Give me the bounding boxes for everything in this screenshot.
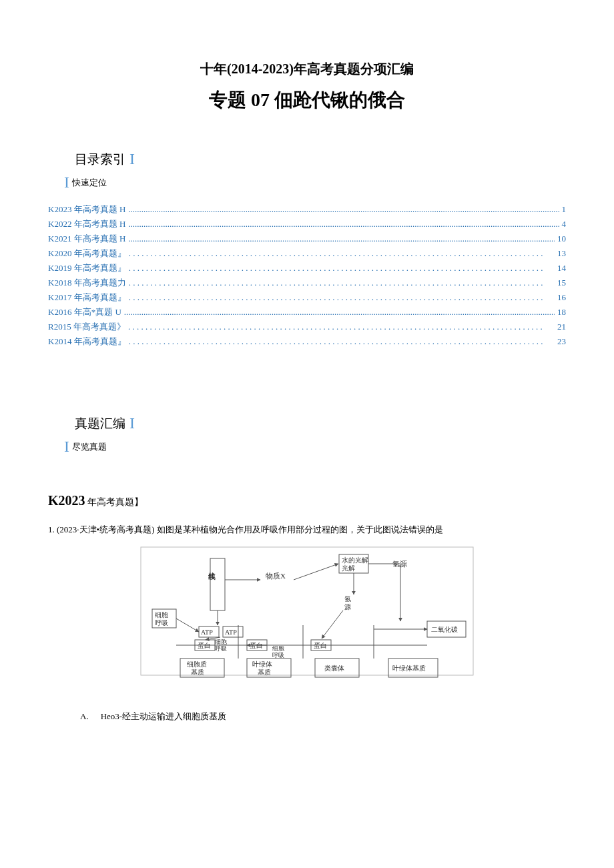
svg-rect-1 — [210, 558, 225, 610]
svg-text:呼吸: 呼吸 — [272, 652, 284, 659]
question-1-text: 1. (2023·天津•统考高考真题) 如图是某种植物光合作用及呼吸作用部分过程… — [48, 523, 566, 537]
svg-text:呼吸: 呼吸 — [155, 619, 168, 626]
svg-text:类囊体: 类囊体 — [324, 665, 344, 672]
svg-text:细胞: 细胞 — [272, 645, 284, 652]
toc-row[interactable]: K2014 年高考真题』23 — [48, 336, 566, 348]
section-index-i: I — [129, 150, 135, 168]
toc-page: 10 — [557, 234, 566, 244]
year-heading: K2023 年高考真题】 — [48, 493, 566, 508]
toc-dots — [128, 204, 559, 215]
svg-line-21 — [294, 564, 338, 580]
year-heading-suffix: 年高考真题】 — [85, 497, 144, 507]
section-index-sub-label: 快速定位 — [72, 177, 107, 189]
toc-row[interactable]: K2016 年高*真题 U18 — [48, 306, 566, 318]
svg-text:蛋白: 蛋白 — [314, 642, 327, 649]
svg-text:蛋白: 蛋白 — [198, 642, 211, 649]
toc-page: 4 — [562, 219, 567, 230]
toc-page: 18 — [557, 307, 566, 318]
svg-text:叶绿体: 叶绿体 — [252, 661, 272, 668]
toc-page: 23 — [557, 336, 566, 347]
toc-row[interactable]: K2017 年高考真题』16 — [48, 292, 566, 304]
section-compile-sub-label: 尽览真题 — [72, 441, 107, 453]
svg-line-25 — [322, 610, 343, 638]
toc-page: 13 — [557, 248, 566, 259]
title-line2: 专题 07 佃跄代锹的俄合 — [48, 87, 566, 113]
svg-text:ATP: ATP — [225, 628, 237, 636]
svg-rect-0 — [141, 547, 473, 675]
toc-row[interactable]: K2023 年高考真题 H1 — [48, 203, 566, 215]
toc-dots — [129, 263, 555, 274]
toc-row[interactable]: K2020 年高考真题』13 — [48, 248, 566, 260]
option-letter: A. — [80, 711, 89, 721]
question-1-diagram: 线粒体 物质X 水的光解 光解 氢源 氢 源 细胞 呼吸 ATP ATP 蛋白 … — [48, 546, 566, 700]
toc-dots — [129, 278, 555, 288]
svg-text:物质X: 物质X — [266, 572, 286, 580]
svg-text:叶绿体基质: 叶绿体基质 — [392, 665, 426, 672]
toc-label: K2020 年高考真题』 — [48, 248, 126, 260]
toc-dots — [129, 336, 555, 347]
svg-text:呼吸: 呼吸 — [215, 645, 227, 652]
svg-text:蛋白: 蛋白 — [250, 642, 263, 649]
toc-row[interactable]: K2018 年高考真题力15 — [48, 277, 566, 289]
svg-line-18 — [176, 618, 199, 632]
section-index-sub-row: I 快速定位 — [64, 173, 566, 191]
toc-dots — [129, 248, 555, 259]
toc-label: K2017 年高考真题』 — [48, 292, 126, 304]
toc-label: K2023 年高考真题 H — [48, 203, 125, 215]
section-index-row: 目录索引 I — [75, 150, 566, 168]
toc-dots — [129, 292, 555, 303]
svg-text:基质: 基质 — [191, 669, 204, 676]
toc-page: 14 — [557, 263, 566, 274]
section-compile-row: 真题汇编 I — [75, 414, 566, 432]
toc-label: K2021 年高考真题 H — [48, 233, 125, 245]
toc-row[interactable]: R2015 年高考真题》21 — [48, 321, 566, 333]
toc-dots — [128, 219, 559, 230]
svg-text:ATP: ATP — [201, 628, 213, 636]
question-1-option-a: A.Heo3-经主动运输进入细胞质基质 — [80, 711, 566, 723]
option-text: Heo3-经主动运输进入细胞质基质 — [101, 711, 227, 721]
toc-dots — [128, 234, 555, 244]
svg-text:细胞质: 细胞质 — [187, 661, 207, 668]
section-compile-i: I — [129, 414, 135, 432]
svg-text:细胞: 细胞 — [215, 638, 227, 645]
toc-page: 21 — [557, 322, 566, 332]
svg-text:水的光解: 水的光解 — [342, 556, 368, 564]
section-index-label: 目录索引 — [75, 151, 125, 168]
title-line1: 十年(2014-2023)年高考真题分项汇编 — [48, 60, 566, 78]
toc-dots — [128, 322, 555, 332]
svg-text:源: 源 — [344, 603, 351, 610]
toc-label: K2016 年高*真题 U — [48, 306, 121, 318]
toc-row[interactable]: K2021 年高考真题 H10 — [48, 233, 566, 245]
section-compile-label: 真题汇编 — [75, 415, 125, 432]
toc-label: K2018 年高考真题力 — [48, 277, 126, 289]
svg-text:基质: 基质 — [258, 669, 271, 676]
toc-page: 1 — [562, 204, 567, 215]
svg-text:光解: 光解 — [342, 564, 355, 572]
toc-page: 16 — [557, 292, 566, 303]
toc-label: K2022 年高考真题 H — [48, 218, 125, 230]
toc-row[interactable]: K2019 年高考真题』14 — [48, 262, 566, 274]
section-compile-sub-i: I — [64, 438, 69, 456]
section-index-sub-i: I — [64, 173, 69, 191]
toc-label: K2014 年高考真题』 — [48, 336, 126, 348]
toc-label: K2019 年高考真题』 — [48, 262, 126, 274]
toc-page: 15 — [557, 278, 566, 288]
svg-text:二氧化碳: 二氧化碳 — [431, 626, 458, 633]
svg-text:氢源: 氢源 — [392, 560, 407, 568]
toc-dots — [124, 307, 555, 318]
toc: K2023 年高考真题 H1 K2022 年高考真题 H4 K2021 年高考真… — [48, 203, 566, 348]
toc-label: R2015 年高考真题》 — [48, 321, 125, 333]
section-compile-sub-row: I 尽览真题 — [64, 438, 566, 456]
svg-text:氢: 氢 — [344, 595, 351, 602]
toc-row[interactable]: K2022 年高考真题 H4 — [48, 218, 566, 230]
year-heading-prefix: K2023 — [48, 493, 85, 508]
svg-text:细胞: 细胞 — [155, 611, 168, 618]
